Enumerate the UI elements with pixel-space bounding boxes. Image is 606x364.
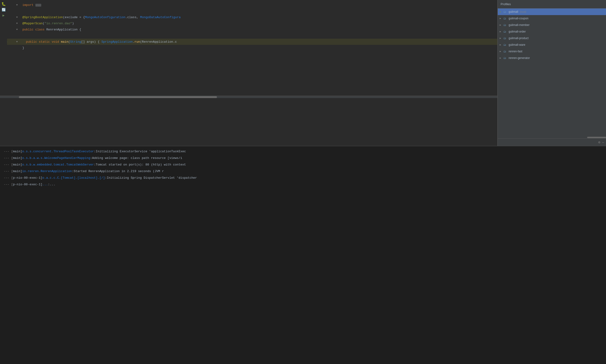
code-line-blank4	[7, 57, 497, 63]
fold-icon[interactable]: ▼	[16, 22, 18, 25]
profile-arrow-icon: ▶	[500, 30, 502, 33]
profile-item-gulimall[interactable]: ▶ 🗂 gulimall (root)	[498, 9, 606, 15]
run-arrow-icon[interactable]: ▶	[7, 39, 8, 44]
log-msg-5: Initializing Spring DispatcherServlet 'd…	[107, 176, 197, 180]
gear-icon[interactable]: ⚙	[598, 140, 600, 144]
public-keyword: public	[22, 28, 35, 31]
module-icon: 🗂	[503, 50, 508, 53]
profiles-title: Profiles	[501, 2, 511, 6]
module-icon: 🗂	[503, 17, 508, 20]
code-content	[21, 34, 495, 38]
mapper-string: "io.renren.dao"	[45, 22, 72, 25]
profile-item-renren-fast[interactable]: ▶ 🗂 renren-fast	[498, 48, 606, 55]
console-section: --- [ main] o.s.s.concurrent.ThreadPoolT…	[0, 146, 606, 364]
code-area: 🐛 🔄 ▶ ▼ import ...	[0, 0, 498, 146]
log-prefix: --- [	[4, 163, 13, 167]
code-content: }	[21, 46, 495, 50]
profile-name-product: gulimall-product	[509, 37, 529, 40]
log-thread: p-nio-80-exec-1]	[13, 176, 42, 180]
log-colon: :	[48, 183, 50, 186]
log-thread: p-nio-80-exec-1]	[13, 183, 42, 186]
code-content: @SpringBootApplication(exclude = {MongoA…	[21, 15, 495, 19]
profile-arrow-icon: ▶	[500, 43, 502, 46]
log-colon: :	[105, 176, 107, 180]
console-output: --- [ main] o.s.s.concurrent.ThreadPoolT…	[0, 146, 606, 364]
profile-item-product[interactable]: ▶ 🗂 gulimall-product	[498, 35, 606, 41]
main-method: main	[61, 40, 68, 44]
right-panel-scrollbar[interactable]	[498, 136, 606, 138]
code-editor: ▼ import ...	[7, 0, 497, 96]
import-keyword: import	[22, 3, 33, 7]
log-prefix: --- [	[4, 150, 13, 153]
annotation-springboot: @SpringBootApplication	[22, 15, 63, 19]
dot-class: .class,	[125, 15, 140, 19]
code-line-blank9	[7, 88, 497, 94]
code-content	[21, 83, 495, 87]
brackets: [] args) {	[81, 40, 101, 44]
code-line-blank	[7, 8, 497, 14]
profile-arrow-icon: ▶	[500, 37, 502, 39]
spring-app: SpringApplication	[101, 40, 133, 44]
profile-item-renren-generator[interactable]: ▶ 🗂 renren-generator	[498, 55, 606, 61]
mongo-data-auto-config: MongoDataAutoConfigura	[140, 15, 181, 19]
code-line-blank8	[7, 82, 497, 88]
profile-name-renren-fast: renren-fast	[509, 50, 522, 53]
close-brace: }	[22, 46, 24, 50]
log-thread: main]	[13, 156, 22, 160]
code-line-blank6	[7, 69, 497, 76]
code-content	[21, 89, 495, 93]
void-kw: void	[52, 40, 61, 44]
code-line-annotation2: ▼ @MapperScan("io.renren.dao")	[7, 20, 497, 26]
fold-icon[interactable]: ▼	[16, 16, 18, 19]
log-class-extra: ...	[42, 183, 48, 186]
fold-icon[interactable]: ▼	[16, 40, 18, 43]
class-name: RenrenApplication	[46, 28, 79, 31]
code-line-blank5	[7, 63, 497, 69]
log-prefix: --- [	[4, 156, 13, 160]
fold-icon[interactable]: ▼	[16, 28, 18, 31]
profile-item-member[interactable]: ▶ 🗂 gulimall-member	[498, 22, 606, 28]
scrollbar-thumb[interactable]	[19, 96, 217, 98]
module-icon: 🗂	[503, 30, 508, 33]
line-gutter: ▶ ▼	[9, 40, 21, 43]
profile-name-gulimall: gulimall	[509, 10, 518, 13]
console-line-5: --- [ p-nio-80-exec-1] o.a.c.c.C.[Tomcat…	[0, 174, 606, 181]
run-icon[interactable]: ▶	[2, 13, 4, 18]
line-gutter: ▼	[9, 22, 21, 25]
log-class-tomcat-servlet: o.a.c.c.C.[Tomcat].[localhost].[/]	[42, 176, 105, 180]
profile-arrow-icon: ▶	[500, 10, 502, 13]
run-method: run	[134, 40, 140, 44]
left-icons-bar: 🐛 🔄 ▶	[0, 0, 7, 96]
horizontal-scrollbar[interactable]	[0, 96, 497, 98]
right-panel: Profiles ▶ 🗂 gulimall (root) ▶ 🗂 gulimal…	[498, 0, 606, 146]
log-msg-6: ...	[50, 183, 55, 186]
log-msg-2: Adding welcome page: class path resource…	[92, 156, 182, 160]
minimize-icon[interactable]: —	[602, 141, 604, 144]
annotation-mapperscan: @MapperScan	[22, 22, 43, 25]
log-prefix: --- [	[4, 176, 13, 180]
profiles-header: Profiles	[498, 0, 606, 9]
log-colon: :	[94, 150, 96, 153]
log-colon: :	[94, 163, 96, 167]
debug-icon[interactable]: 🐛	[1, 2, 6, 6]
log-colon: :	[72, 169, 74, 173]
annotation-params: (exclude = {	[63, 15, 85, 19]
log-msg-1: Initializing ExecutorService 'applicatio…	[96, 150, 186, 153]
log-class-renren: io.renren.RenrenApplication	[22, 169, 72, 173]
fold-icon[interactable]: ▼	[16, 4, 18, 6]
profile-name-member: gulimall-member	[509, 23, 530, 27]
module-icon: 🗂	[503, 43, 508, 47]
profile-item-coupon[interactable]: ▶ 🗂 gulimall-coupon	[498, 15, 606, 22]
log-class-tomcat: o.s.b.w.embedded.tomcat.TomcatWebServer	[22, 163, 94, 167]
console-line-1: --- [ main] o.s.s.concurrent.ThreadPoolT…	[0, 148, 606, 155]
profile-item-order[interactable]: ▶ 🗂 gulimall-order	[498, 28, 606, 35]
reload-icon[interactable]: 🔄	[2, 8, 6, 12]
profile-name-order: gulimall-order	[509, 30, 526, 33]
code-line-class: ▼ public class RenrenApplication {	[7, 26, 497, 33]
profile-item-ware[interactable]: ▶ 🗂 gulimall-ware	[498, 41, 606, 48]
right-scrollbar-thumb[interactable]	[587, 137, 606, 138]
right-toolbar: ⚙ —	[498, 138, 606, 146]
public-kw: public	[26, 40, 39, 44]
code-content: @MapperScan("io.renren.dao")	[21, 22, 495, 25]
console-line-4: --- [ main] io.renren.RenrenApplication …	[0, 168, 606, 174]
